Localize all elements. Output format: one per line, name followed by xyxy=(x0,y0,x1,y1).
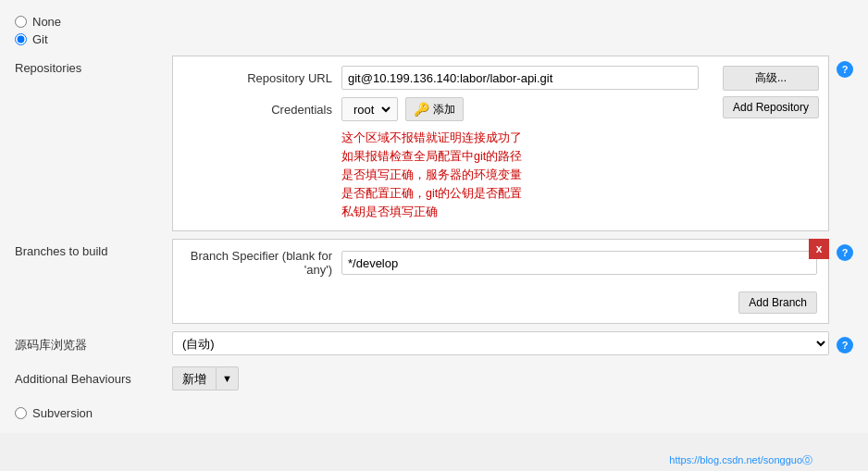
browser-select[interactable]: (自动) xyxy=(172,331,829,355)
add-credentials-button[interactable]: 🔑 添加 xyxy=(405,97,464,121)
branches-label: Branches to build xyxy=(15,239,172,264)
error-line-1: 这个区域不报错就证明连接成功了 xyxy=(341,129,699,147)
error-line-5: 私钥是否填写正确 xyxy=(341,203,699,221)
key-icon: 🔑 xyxy=(414,102,429,117)
repositories-label: Repositories xyxy=(15,56,172,81)
none-radio[interactable] xyxy=(15,16,27,28)
error-line-3: 是否填写正确，服务器的环境变量 xyxy=(341,166,699,184)
branches-content: x Branch Specifier (blank for 'any') Add… xyxy=(172,239,829,324)
browser-help-icon[interactable]: ? xyxy=(837,337,853,353)
credentials-row: Credentials root 🔑 添加 xyxy=(184,97,699,121)
none-label: None xyxy=(32,15,61,29)
add-branch-button[interactable]: Add Branch xyxy=(738,291,817,314)
git-radio-option[interactable]: Git xyxy=(15,31,853,48)
error-line-2: 如果报错检查全局配置中git的路径 xyxy=(341,147,699,166)
repo-url-label: Repository URL xyxy=(184,71,332,85)
browser-content: (自动) xyxy=(172,331,829,355)
additional-behaviours-label: Additional Behaviours xyxy=(15,366,172,391)
git-label: Git xyxy=(32,32,48,46)
git-radio[interactable] xyxy=(15,33,27,45)
credentials-label: Credentials xyxy=(184,103,332,117)
browser-section: 源码库浏览器 (自动) ? xyxy=(15,331,853,359)
add-cred-label: 添加 xyxy=(433,102,455,118)
browser-label: 源码库浏览器 xyxy=(15,331,172,359)
dropdown-arrow-icon: ▼ xyxy=(222,373,232,384)
remove-branch-button[interactable]: x xyxy=(809,239,829,259)
branch-specifier-label: Branch Specifier (blank for 'any') xyxy=(184,249,332,277)
watermark-text: https://blog.csdn.net/songguo xyxy=(669,454,802,465)
credentials-controls: root 🔑 添加 xyxy=(341,97,464,121)
new-button[interactable]: 新增 xyxy=(172,366,216,390)
error-text-block: 这个区域不报错就证明连接成功了 如果报错检查全局配置中git的路径 是否填写正确… xyxy=(341,129,699,221)
subversion-section: Subversion xyxy=(0,403,868,424)
none-radio-option[interactable]: None xyxy=(15,13,853,31)
advanced-button[interactable]: 高级... xyxy=(723,66,819,91)
repositories-content: Repository URL Credentials root 🔑 xyxy=(172,56,829,231)
new-button-group: 新增 ▼ xyxy=(172,366,239,390)
branches-help-icon[interactable]: ? xyxy=(837,244,853,261)
repositories-help-icon[interactable]: ? xyxy=(837,61,853,78)
svn-radio[interactable] xyxy=(15,407,27,419)
credentials-select-wrapper[interactable]: root xyxy=(341,97,398,121)
branches-section: Branches to build x Branch Specifier (bl… xyxy=(15,239,853,324)
error-line-4: 是否配置正确，git的公钥是否配置 xyxy=(341,184,699,203)
repo-action-buttons: 高级... Add Repository xyxy=(723,66,819,118)
additional-behaviours-section: Additional Behaviours 新增 ▼ xyxy=(15,366,853,391)
watermark: https://blog.csdn.net/songguo⓪ xyxy=(669,453,812,467)
repositories-section: Repositories Repository URL Credentials … xyxy=(15,56,853,231)
add-repository-button[interactable]: Add Repository xyxy=(723,96,819,118)
watermark-suffix: ⓪ xyxy=(802,454,812,465)
branch-specifier-input[interactable] xyxy=(341,251,817,275)
repo-url-row: Repository URL xyxy=(184,66,699,90)
branch-specifier-row: Branch Specifier (blank for 'any') xyxy=(184,249,817,277)
credentials-select[interactable]: root xyxy=(346,102,393,118)
additional-behaviours-content: 新增 ▼ xyxy=(172,366,239,390)
new-dropdown-button[interactable]: ▼ xyxy=(216,366,239,390)
svn-label: Subversion xyxy=(32,406,93,420)
repo-url-input[interactable] xyxy=(341,66,699,90)
